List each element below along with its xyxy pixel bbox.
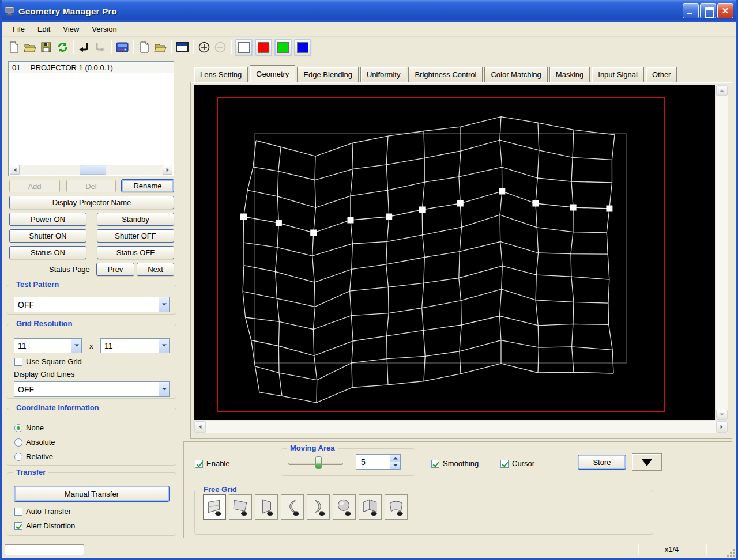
spin-down-icon[interactable] [390, 462, 400, 470]
spin-up-icon[interactable] [390, 455, 400, 462]
tilted-screen-icon-button[interactable] [229, 494, 252, 520]
projector-list-hscrollbar[interactable] [10, 165, 172, 175]
geometry-canvas[interactable] [194, 85, 715, 420]
tab-geometry[interactable]: Geometry [250, 65, 295, 82]
status-on-button[interactable]: Status ON [9, 246, 86, 259]
maximize-button[interactable] [700, 3, 716, 18]
grid-handle[interactable] [570, 205, 577, 211]
menu-file[interactable]: File [7, 23, 31, 35]
grid-handle[interactable] [386, 214, 392, 220]
shutter-on-button[interactable]: Shutter ON [9, 229, 86, 243]
scroll-thumb[interactable] [80, 165, 106, 175]
chevron-down-icon[interactable] [159, 297, 169, 312]
chevron-down-icon[interactable] [159, 339, 169, 353]
red-swatch-button[interactable] [255, 39, 272, 56]
tab-uniformity[interactable]: Uniformity [360, 67, 407, 82]
test-pattern-select[interactable]: OFF [14, 297, 170, 312]
grid-handle[interactable] [499, 188, 505, 195]
scroll-track[interactable] [206, 421, 716, 433]
new-file-2-icon[interactable] [136, 39, 152, 55]
shutter-off-button[interactable]: Shutter OFF [97, 229, 174, 243]
open-file-icon[interactable] [22, 39, 38, 55]
scroll-right-icon[interactable] [716, 421, 728, 433]
flat-screen-icon-button[interactable] [203, 494, 226, 520]
grid-handle[interactable] [348, 217, 354, 224]
standby-button[interactable]: Standby [97, 213, 174, 226]
tab-edge-blending[interactable]: Edge Blending [297, 67, 359, 82]
store-button[interactable]: Store [578, 455, 626, 470]
scroll-left-icon[interactable] [10, 165, 20, 175]
tab-input-signal[interactable]: Input Signal [592, 67, 644, 82]
tab-brightness-control[interactable]: Brightness Control [408, 67, 483, 82]
alert-distortion-checkbox[interactable]: Alert Distortion [14, 521, 75, 530]
resize-grip[interactable] [725, 547, 735, 557]
angled-screen-icon-button[interactable] [255, 494, 278, 520]
tab-other[interactable]: Other [646, 67, 677, 82]
manual-transfer-button[interactable]: Manual Transfer [14, 486, 170, 502]
enable-checkbox[interactable]: Enable [195, 459, 229, 468]
display-grid-lines-select[interactable]: OFF [14, 381, 170, 397]
grid-handle[interactable] [457, 200, 464, 207]
grid-handle[interactable] [606, 206, 612, 212]
canvas-vscrollbar[interactable] [716, 85, 728, 420]
menu-version[interactable]: Version [86, 23, 122, 35]
tab-lens-setting[interactable]: Lens Setting [194, 67, 248, 82]
scroll-down-icon[interactable] [716, 410, 728, 420]
del-button[interactable]: Del [66, 180, 116, 192]
blue-swatch-button[interactable] [294, 39, 311, 56]
tab-color-matching[interactable]: Color Matching [484, 67, 547, 82]
moving-area-slider-thumb[interactable] [315, 456, 322, 469]
scroll-up-icon[interactable] [716, 85, 728, 96]
corner-screen-icon-button[interactable] [359, 494, 382, 520]
scroll-track[interactable] [20, 165, 163, 175]
projector-list-item[interactable]: 01 PROJECTOR 1 (0.0.0.1) [9, 62, 174, 73]
rename-button[interactable]: Rename [121, 179, 174, 192]
open-file-2-icon[interactable] [152, 39, 168, 55]
refresh-icon[interactable] [54, 39, 70, 55]
canvas-hscrollbar[interactable] [194, 421, 728, 433]
smoothing-checkbox[interactable]: Smoothing [431, 459, 479, 468]
save-file-icon[interactable] [38, 39, 54, 55]
new-file-icon[interactable] [6, 39, 22, 55]
grid-cols-select[interactable]: 11 [14, 338, 82, 353]
grid-handle[interactable] [419, 207, 426, 213]
remote-panel-icon[interactable] [114, 39, 130, 55]
status-off-button[interactable]: Status OFF [97, 246, 174, 259]
grid-rows-select[interactable]: 11 [100, 338, 170, 353]
curved-screen-icon-button[interactable] [385, 494, 408, 520]
grid-handle[interactable] [240, 214, 247, 220]
add-button[interactable]: Add [9, 180, 60, 192]
projector-list[interactable]: 01 PROJECTOR 1 (0.0.0.1) [8, 61, 174, 176]
grid-handle[interactable] [532, 200, 539, 207]
store-dropdown-button[interactable] [632, 453, 662, 471]
next-button[interactable]: Next [137, 263, 174, 276]
chevron-down-icon[interactable] [71, 339, 81, 353]
cursor-checkbox[interactable]: Cursor [500, 459, 534, 468]
radio-relative[interactable]: Relative [14, 452, 53, 461]
close-button[interactable] [717, 3, 733, 18]
grid-handle[interactable] [276, 220, 282, 226]
auto-transfer-checkbox[interactable]: Auto Transfer [14, 507, 71, 516]
tab-masking[interactable]: Masking [549, 67, 590, 82]
prev-button[interactable]: Prev [96, 263, 134, 276]
radio-absolute[interactable]: Absolute [14, 438, 55, 447]
power-on-button[interactable]: Power ON [9, 213, 86, 226]
chevron-down-icon[interactable] [159, 382, 169, 396]
use-square-grid-checkbox[interactable]: Use Square Grid [14, 357, 82, 366]
minimize-button[interactable] [683, 3, 699, 18]
scroll-left-icon[interactable] [194, 421, 206, 433]
menu-edit[interactable]: Edit [32, 23, 56, 35]
scroll-right-icon[interactable] [163, 165, 172, 175]
return-arrow-icon[interactable] [76, 39, 92, 55]
scroll-track[interactable] [716, 96, 728, 410]
green-swatch-button[interactable] [274, 39, 292, 56]
concave-cylinder-icon-button[interactable] [281, 494, 304, 520]
menu-view[interactable]: View [57, 23, 85, 35]
display-projector-name-button[interactable]: Display Projector Name [9, 196, 174, 209]
window-view-icon[interactable] [174, 39, 190, 55]
radio-none[interactable]: None [14, 423, 44, 432]
zoom-in-icon[interactable] [196, 39, 212, 55]
sphere-screen-icon-button[interactable] [333, 494, 356, 520]
forward-arrow-icon[interactable] [92, 39, 108, 55]
white-swatch-button[interactable] [235, 39, 253, 56]
